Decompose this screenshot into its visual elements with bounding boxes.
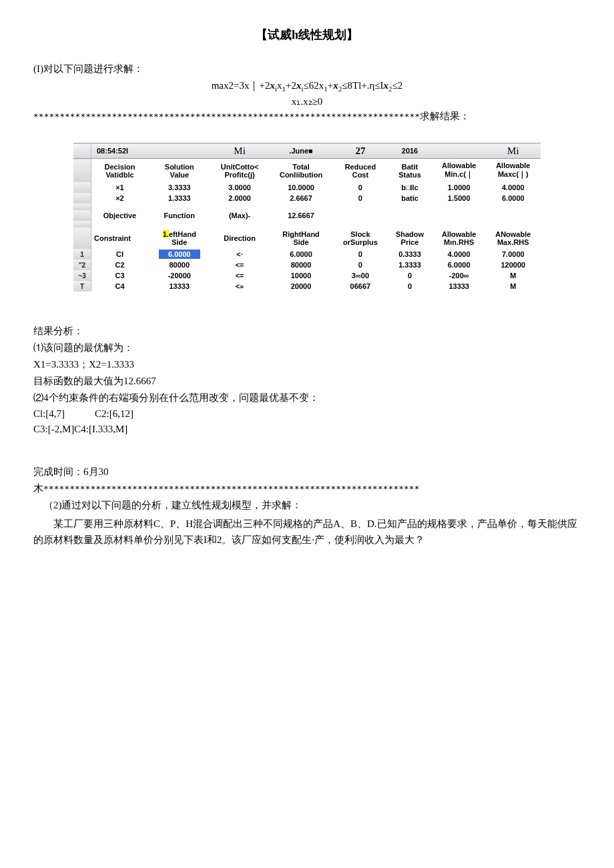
solver-year: 2016 [387, 143, 432, 159]
solver-june: .June■ [268, 143, 333, 159]
c2-slk: 0 [334, 260, 388, 270]
rhs-range-line-1: Cl:[4,7] C2:[6,12] [33, 408, 581, 420]
c3-rhs: 10000 [268, 270, 333, 281]
stars-2-prefix: 木 [33, 483, 43, 494]
c2-min: 6.0000 [432, 260, 486, 270]
c2-lhs: 80000 [148, 260, 211, 270]
con-col-rhs: RightHandSide [268, 228, 333, 249]
a2b-text: C3:[-2,M]C4:[I.333,M] [33, 424, 127, 434]
x1-tot: 10.0000 [268, 182, 333, 193]
x2-red: 0 [334, 193, 388, 203]
x2-unit: 2.0000 [211, 193, 269, 203]
x1-unit: 3.0000 [211, 182, 269, 193]
x2-stat: batic [387, 193, 432, 203]
c4-shp: 0 [387, 281, 432, 292]
var-row-x2: ×2 1.3333 2.0000 2.6667 0 batic 1.5000 6… [73, 193, 541, 203]
obj-d: 12.6667 [268, 210, 333, 221]
formula-line-2-text: x₁.x₂≥0 [292, 96, 322, 107]
x1-min: 1.0000 [432, 182, 486, 193]
problem2-heading: （2)通过对以下问题的分析，建立线性规划模型，并求解： [33, 499, 581, 512]
c4-rhs: 20000 [268, 281, 333, 292]
c1-lhs-highlight: 6.0000 [159, 250, 200, 259]
analysis-item-2: ⑵4个约束条件的右端项分别在什么范用改变，问题最优基不变： [33, 392, 581, 404]
c1-max: 7.0000 [486, 249, 541, 260]
c2-dir: <= [211, 260, 269, 270]
c4-lhs: 13333 [148, 281, 211, 292]
stars-divider-1: ****************************************… [33, 110, 581, 123]
c2-idx: "2 [73, 260, 91, 270]
formula-line-2: x₁.x₂≥0 [33, 95, 581, 107]
stars-2-chars: ****************************************… [43, 484, 420, 494]
a1b-text: 目标函数的最大值为12.6667 [33, 376, 156, 386]
x2-name: ×2 [91, 193, 148, 203]
a2-text: ⑵4个约束条件的右端项分别在什么范用改变，问题最优基不变： [33, 392, 319, 403]
col-reduced: ReducedCost [334, 159, 388, 183]
con-col-maxrhs: ANowableMax.RHS [486, 228, 541, 249]
x2-sol: 1.3333 [148, 193, 211, 203]
con-row-c1: 1 CI 6.0000 <· 6.0000 0 0.3333 4.0000 7.… [73, 249, 541, 260]
c3-dir: <= [211, 270, 269, 281]
x1-name: ×1 [91, 182, 148, 193]
c4-slk: 06667 [334, 281, 388, 292]
stars-1-chars: ****************************************… [33, 111, 420, 121]
optimal-solution-line: X1=3.3333；X2=1.3333 [33, 358, 581, 371]
con-col-minrhs: AllowableMın.RHS [432, 228, 486, 249]
con-row-c3: ~3 C3 -20000 <= 10000 3∞00 0 -200∞ M [73, 270, 541, 281]
var-col-headers: DecisionVatidblc SolutionValue UnitCotto… [73, 159, 541, 183]
c3-idx: ~3 [73, 270, 91, 281]
x1-max: 4.0000 [486, 182, 541, 193]
problem1-heading: (I)对以下问题进行求解： [33, 63, 581, 75]
col-total: TotalConliibution [268, 159, 333, 183]
highlight-yellow: 1. [163, 230, 169, 238]
solver-output-table: 08:54:52I Mi .June■ 27 2016 Mi DecisionV… [73, 143, 541, 292]
c4-idx: T [73, 281, 91, 292]
analysis-item-1: ⑴该问题的最优解为： [33, 342, 581, 354]
c2-rhs: 80000 [268, 260, 333, 270]
c4-min: 13333 [432, 281, 486, 292]
col-min: AllowableMin.c(｜ [432, 159, 486, 183]
problem2-heading-text: （2)通过对以下问题的分析，建立线性规划模型，并求解： [43, 500, 302, 510]
c2-max: 120000 [486, 260, 541, 270]
con-col-constraint: Constraint [91, 228, 148, 249]
col-solution: SolutionValue [148, 159, 211, 183]
solver-header-bar: 08:54:52I Mi .June■ 27 2016 Mi [73, 143, 541, 159]
con-col-slack: SlockorSurplus [334, 228, 388, 249]
solver-mi1: Mi [211, 143, 269, 159]
con-col-shadow: ShadowPrice [387, 228, 432, 249]
c3-max: M [486, 270, 541, 281]
rhs-range-line-2: C3:[-2,M]C4:[I.333,M] [33, 424, 581, 435]
con-col-headers: Constraint 1.eftHandSide Direction Right… [73, 228, 541, 249]
c1-shp: 0.3333 [387, 249, 432, 260]
analysis-heading-text: 结果分析： [33, 326, 83, 336]
obj-a: Objective [91, 210, 148, 221]
c1-idx: 1 [73, 249, 91, 260]
stars-divider-2: 木***************************************… [33, 482, 581, 495]
stars-1-suffix: 求解结果： [420, 111, 470, 121]
completion-time: 完成时间：6月30 [33, 466, 581, 478]
a1-text: ⑴该问题的最优解为： [33, 342, 133, 353]
con-col-dir: Direction [211, 228, 269, 249]
c3-slk: 3∞00 [334, 270, 388, 281]
objective-max-line: 目标函数的最大值为12.6667 [33, 375, 581, 388]
c3-shp: 0 [387, 270, 432, 281]
title-text: 【试威h线性规划】 [256, 28, 358, 41]
c1-name: CI [91, 249, 148, 260]
c2-name: C2 [91, 260, 148, 270]
con-row-c2: "2 C2 80000 <= 80000 0 1.3333 6.0000 120… [73, 260, 541, 270]
c4-name: C4 [91, 281, 148, 292]
x2-max: 6.0000 [486, 193, 541, 203]
obj-c: (Max)- [211, 210, 269, 221]
a1a-text: X1=3.3333；X2=1.3333 [33, 359, 134, 370]
var-row-x1: ×1 3.3333 3.0000 10.0000 0 b□IIc 1.0000 … [73, 182, 541, 193]
solver-mi2: Mi [486, 143, 541, 159]
x2-min: 1.5000 [432, 193, 486, 203]
completion-time-text: 完成时间：6月30 [33, 466, 109, 477]
col-max: AllowableMaxc(｜) [486, 159, 541, 183]
c3-lhs: -20000 [148, 270, 211, 281]
obj-b: Function [148, 210, 211, 221]
x1-red: 0 [334, 182, 388, 193]
col-decision: DecisionVatidblc [91, 159, 148, 183]
col-status: BatitStatus [387, 159, 432, 183]
problem1-heading-text: (I)对以下问题进行求解： [33, 63, 143, 74]
objective-row: Objective Function (Max)- 12.6667 [73, 210, 541, 221]
